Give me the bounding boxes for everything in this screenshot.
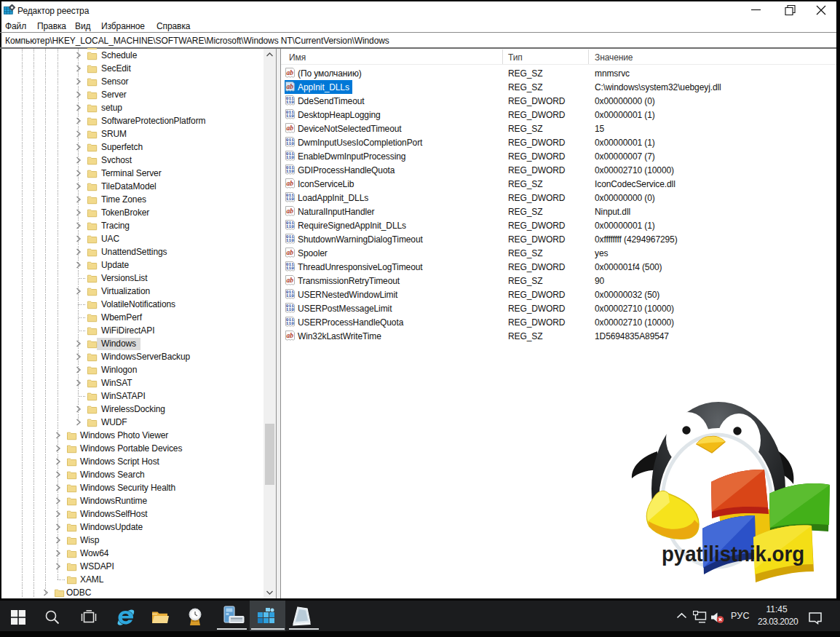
svg-text:110: 110 — [286, 141, 294, 146]
svg-text:110: 110 — [286, 169, 294, 174]
svg-text:pyatilistnik.org: pyatilistnik.org — [662, 542, 804, 566]
svg-text:110: 110 — [286, 293, 294, 298]
svg-text:ab: ab — [287, 332, 294, 339]
svg-text:ab: ab — [287, 69, 294, 76]
svg-text:110: 110 — [286, 238, 294, 243]
svg-text:110: 110 — [286, 114, 294, 119]
svg-text:ab: ab — [287, 277, 294, 284]
svg-text:110: 110 — [286, 307, 294, 312]
svg-text:110: 110 — [286, 321, 294, 326]
svg-text:110: 110 — [286, 155, 294, 160]
svg-text:ab: ab — [287, 207, 294, 215]
svg-text:110: 110 — [286, 197, 294, 202]
svg-text:110: 110 — [286, 100, 294, 105]
svg-text:ab: ab — [287, 83, 294, 90]
svg-text:ab: ab — [287, 180, 294, 187]
svg-text:ab: ab — [287, 124, 294, 132]
svg-text:110: 110 — [286, 224, 294, 229]
svg-text:ab: ab — [287, 249, 294, 256]
svg-text:110: 110 — [286, 266, 294, 271]
